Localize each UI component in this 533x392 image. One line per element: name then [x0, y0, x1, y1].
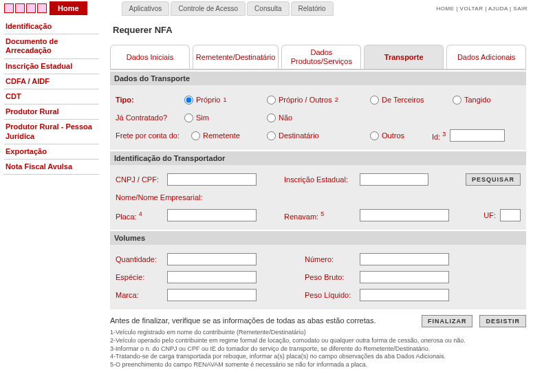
especie-input[interactable] [167, 271, 257, 283]
cnpj-input[interactable] [167, 173, 257, 186]
uf-input[interactable] [500, 209, 521, 221]
radio-tangido-input[interactable] [453, 96, 461, 105]
tab-transporte[interactable]: Transporte [364, 45, 444, 69]
desistir-button[interactable]: DESISTIR [479, 315, 526, 327]
quantidade-input[interactable] [167, 253, 257, 265]
radio-sim-input[interactable] [184, 113, 193, 122]
nav-consulta[interactable]: Consulta [247, 1, 289, 16]
radio-proprio-input[interactable] [184, 96, 193, 105]
sidebar-item-identificacao[interactable]: Identificação [4, 19, 99, 34]
tab-produtos[interactable]: Dados Produtos/Serviços [281, 45, 361, 69]
numero-label: Número: [305, 255, 360, 263]
radio-remetente-input[interactable] [191, 131, 200, 140]
radio-proprio-outros[interactable]: Próprio / Outros2 [267, 96, 370, 105]
ie-input[interactable] [360, 173, 428, 186]
radio-terceiros[interactable]: De Terceiros [370, 96, 453, 105]
sidebar-item-exportacao[interactable]: Exportação [4, 144, 99, 160]
tab-remetente[interactable]: Remetente/Destinatário [193, 45, 279, 69]
radio-proprio-outros-input[interactable] [267, 96, 276, 105]
nav-relatorio[interactable]: Relatório [291, 1, 334, 16]
radio-outros-input[interactable] [370, 131, 379, 140]
renavam-label: Renavam: 5 [284, 210, 339, 221]
radio-destinatario-input[interactable] [267, 131, 276, 140]
tab-adicionais[interactable]: Dados Adicionais [446, 45, 526, 69]
footnote-4: 4-Tratando-se de carga transportada por … [110, 353, 526, 361]
top-nav: Aplicativos Controle de Acesso Consulta … [122, 1, 334, 16]
home-button[interactable]: Home [50, 1, 87, 15]
sidebar-item-cdfa[interactable]: CDFA / AIDF [4, 74, 99, 89]
section-dados-transporte: Dados do Transporte [110, 72, 526, 85]
footnote-2: 2-Veículo operado pelo contribuinte em r… [110, 337, 526, 345]
sidebar-item-documento[interactable]: Documento de Arrecadação [4, 34, 99, 58]
tabs: Dados Iniciais Remetente/Destinatário Da… [110, 45, 526, 70]
placa-label: Placa: 4 [116, 210, 153, 221]
ie-label: Inscrição Estadual: [284, 175, 360, 184]
footnote-3: 3-Informar o n. do CNPJ ou CPF ou IE do … [110, 345, 526, 353]
radio-sim[interactable]: Sim [184, 113, 267, 122]
radio-remetente[interactable]: Remetente [191, 131, 267, 140]
frete-label: Frete por conta do: [116, 131, 191, 140]
sidebar-item-produtor-pj[interactable]: Produtor Rural - Pessoa Jurídica [4, 120, 99, 144]
peso-bruto-input[interactable] [360, 271, 449, 283]
tipo-label: Tipo: [116, 96, 184, 104]
radio-terceiros-input[interactable] [370, 96, 379, 105]
nome-label: Nome/Nome Empresarial: [116, 193, 203, 202]
topbar: Home Aplicativos Controle de Acesso Cons… [0, 0, 533, 17]
sidebar-item-inscricao[interactable]: Inscrição Estadual [4, 59, 99, 74]
footnotes: 1-Veículo registrado em nome do contribu… [110, 329, 526, 369]
page-title: Requerer NFA [113, 25, 526, 35]
main: Requerer NFA Dados Iniciais Remetente/De… [103, 17, 533, 376]
marca-input[interactable] [167, 289, 257, 301]
finalizar-button[interactable]: FINALIZAR [422, 315, 473, 327]
renavam-input[interactable] [360, 209, 449, 221]
sidebar-item-nfa[interactable]: Nota Fiscal Avulsa [4, 160, 99, 175]
sidebar: Identificação Documento de Arrecadação I… [0, 17, 103, 376]
footnote-1: 1-Veículo registrado em nome do contribu… [110, 329, 526, 337]
sidebar-item-cdt[interactable]: CDT [4, 89, 99, 105]
section-transportador: Identificação do Transportador [110, 151, 526, 165]
especie-label: Espécie: [116, 273, 167, 281]
top-right-links[interactable]: HOME | VOLTAR | AJUDA | SAIR [437, 6, 527, 12]
peso-liquido-label: Peso Líquido: [305, 291, 360, 299]
placa-input[interactable] [167, 209, 257, 221]
tab-dados-iniciais[interactable]: Dados Iniciais [110, 45, 190, 69]
radio-proprio[interactable]: Próprio1 [184, 96, 267, 105]
logo [4, 3, 47, 13]
id-label: Id: 3 [432, 131, 446, 141]
marca-label: Marca: [116, 291, 167, 299]
numero-input[interactable] [360, 253, 449, 265]
peso-liquido-input[interactable] [360, 289, 449, 301]
footer-message: Antes de finalizar, verifique se as info… [110, 316, 376, 325]
radio-nao-input[interactable] [267, 113, 276, 122]
radio-nao[interactable]: Não [267, 113, 292, 122]
id-input[interactable] [450, 129, 505, 142]
contratado-label: Já Contratado? [116, 113, 184, 122]
nav-controle-acesso[interactable]: Controle de Acesso [171, 1, 246, 16]
section-volumes: Volumes [110, 231, 526, 245]
pesquisar-button[interactable]: PESQUISAR [466, 173, 521, 186]
quantidade-label: Quantidade: [116, 255, 167, 263]
radio-outros[interactable]: Outros [370, 131, 432, 140]
footnote-5: 5-O preenchimento do campo RENAVAM somen… [110, 361, 526, 369]
sidebar-item-produtor[interactable]: Produtor Rural [4, 105, 99, 120]
uf-label: UF: [483, 211, 496, 219]
radio-tangido[interactable]: Tangido [453, 96, 491, 105]
radio-destinatario[interactable]: Destinatário [267, 131, 370, 140]
peso-bruto-label: Peso Bruto: [305, 273, 360, 281]
cnpj-label: CNPJ / CPF: [116, 175, 167, 184]
nav-aplicativos[interactable]: Aplicativos [122, 1, 170, 16]
